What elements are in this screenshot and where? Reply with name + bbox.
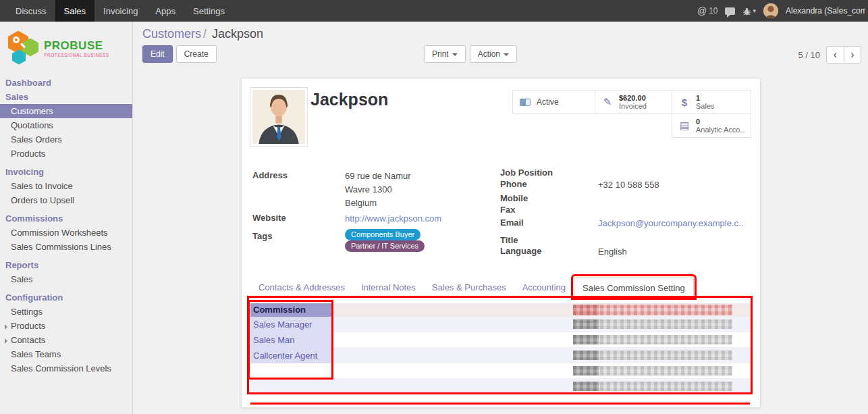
commission-level-header[interactable]: Commission Level — [250, 303, 331, 317]
sidebar-item-sales-commissions-lines[interactable]: Sales Commissions Lines — [0, 240, 132, 254]
sidebar-item-sales-teams[interactable]: Sales Teams — [0, 347, 132, 361]
table-row[interactable]: Sales Manager — [250, 317, 751, 332]
sidebar-item-sales-to-invoice[interactable]: Sales to Invoice — [0, 179, 132, 193]
page-title: Jackpson — [310, 90, 388, 109]
sidebar-item-label: Products — [11, 321, 45, 331]
redacted-cell — [573, 351, 732, 360]
breadcrumb-customers[interactable]: Customers — [142, 27, 201, 41]
topbar-menus: Discuss Sales Invoicing Apps Settings — [0, 0, 234, 22]
tag-partner-it-services[interactable]: Partner / IT Services — [345, 240, 425, 252]
sales-stat-button[interactable]: $ 1 Sales — [672, 90, 751, 114]
pager-previous-button[interactable]: ‹ — [826, 46, 844, 63]
mentions-counter[interactable]: @ 10 — [697, 5, 718, 16]
sidebar-item-commission-worksheets[interactable]: Commission Worksheets — [0, 226, 132, 240]
table-row[interactable]: Sales Man — [250, 332, 751, 348]
logo-text: PROBUSE PROFESSIONAL BUSINESS — [44, 40, 109, 57]
topbar-right: @ 10 ▾ Alexandra (Sales_comm.. — [697, 0, 868, 22]
tab-internal-notes[interactable]: Internal Notes — [353, 277, 424, 297]
redacted-header-cell — [573, 305, 732, 315]
sidebar-item-sales-commission-levels[interactable]: Sales Commission Levels — [0, 361, 132, 376]
create-button[interactable]: Create — [176, 45, 217, 63]
sidebar-section-configuration[interactable]: Configuration — [0, 290, 132, 305]
title-label: Title — [500, 235, 518, 245]
messages-icon[interactable] — [725, 7, 735, 15]
commission-level-sales-man[interactable]: Sales Man — [250, 332, 331, 348]
sidebar-item-settings[interactable]: Settings — [0, 305, 132, 319]
sidebar-section-dashboard[interactable]: Dashboard — [0, 76, 132, 90]
menu-sales[interactable]: Sales — [55, 0, 95, 22]
invoiced-value: $620.00 — [619, 94, 647, 102]
menu-discuss[interactable]: Discuss — [7, 0, 55, 22]
chevron-down-icon — [504, 53, 509, 56]
user-avatar[interactable] — [763, 3, 778, 18]
sidebar-item-config-products[interactable]: Products — [0, 319, 132, 333]
logo-title: PROBUSE — [44, 40, 109, 51]
table-row[interactable] — [250, 379, 751, 394]
print-dropdown-button[interactable]: Print — [424, 45, 466, 63]
sidebar-item-config-contacts[interactable]: Contacts — [0, 333, 132, 347]
tag-components-buyer[interactable]: Components Buyer — [345, 229, 421, 240]
chevron-down-icon: ▾ — [753, 7, 756, 14]
tab-sales-purchases[interactable]: Sales & Purchases — [424, 277, 514, 297]
sidebar-item-products[interactable]: Products — [0, 147, 132, 161]
caret-right-icon — [5, 324, 7, 330]
commission-level-sales-manager[interactable]: Sales Manager — [250, 317, 331, 332]
sidebar-item-sales-orders[interactable]: Sales Orders — [0, 132, 132, 147]
address-line-1: 69 rue de Namur — [345, 171, 411, 181]
sidebar: PROBUSE PROFESSIONAL BUSINESS Dashboard … — [0, 22, 133, 414]
address-line-2: Wavre 1300 — [345, 184, 392, 195]
logo-hexagons-icon — [8, 31, 39, 66]
sidebar-section-invoicing[interactable]: Invoicing — [0, 165, 132, 179]
table-row[interactable] — [250, 363, 751, 379]
avatar-image — [763, 3, 778, 18]
customer-photo[interactable] — [250, 87, 308, 147]
sales-label: Sales — [696, 102, 715, 110]
website-link[interactable]: http://www.jackpson.com — [345, 213, 441, 224]
action-dropdown-button[interactable]: Action — [470, 45, 517, 63]
tab-contacts-addresses[interactable]: Contacts & Addresses — [250, 277, 353, 297]
redacted-cell — [573, 335, 732, 344]
redacted-cell — [573, 319, 732, 329]
action-label: Action — [478, 49, 500, 59]
stat-buttons: Active ✎ $620.00 Invoiced $ 1 Sales — [512, 90, 751, 138]
sidebar-section-reports[interactable]: Reports — [0, 258, 132, 272]
sidebar-item-reports-sales[interactable]: Sales — [0, 272, 132, 286]
user-menu[interactable]: Alexandra (Sales_comm.. — [786, 6, 865, 16]
commission-level-callcenter-agent[interactable]: Callcenter Agent — [250, 348, 331, 363]
menu-apps[interactable]: Apps — [146, 0, 184, 22]
main-content: Customers/ Jackpson Edit Create Print Ac… — [134, 22, 868, 414]
sidebar-item-customers[interactable]: Customers — [0, 104, 132, 118]
table-header-row: Commission Level — [250, 303, 751, 317]
tab-accounting[interactable]: Accounting — [514, 277, 574, 297]
fax-label: Fax — [500, 205, 515, 215]
bug-icon — [742, 7, 751, 16]
phone-value: +32 10 588 558 — [598, 180, 659, 190]
print-label: Print — [432, 49, 449, 59]
pager-next-button[interactable]: › — [844, 46, 861, 63]
topbar: Discuss Sales Invoicing Apps Settings @ … — [0, 0, 868, 22]
tab-sales-commission-setting[interactable]: Sales Commission Setting — [574, 277, 694, 297]
logo-subtitle: PROFESSIONAL BUSINESS — [44, 53, 109, 57]
analytic-label: Analytic Acco... — [696, 126, 745, 134]
language-label: Language — [500, 246, 541, 256]
menu-settings[interactable]: Settings — [184, 0, 234, 22]
active-stat-button[interactable]: Active — [512, 90, 595, 114]
sidebar-item-orders-to-upsell[interactable]: Orders to Upsell — [0, 193, 132, 207]
debug-menu[interactable]: ▾ — [742, 7, 756, 16]
job-position-label: Job Position — [500, 167, 553, 178]
email-link[interactable]: Jackpson@yourcompany.example.c.. — [598, 218, 743, 228]
pencil-icon: ✎ — [601, 96, 614, 108]
sidebar-section-sales[interactable]: Sales — [0, 90, 132, 104]
phone-label: Phone — [500, 179, 527, 189]
edit-button[interactable]: Edit — [142, 45, 173, 63]
probuse-logo[interactable]: PROBUSE PROFESSIONAL BUSINESS — [0, 22, 132, 72]
customer-photo-image — [252, 90, 305, 144]
sidebar-item-quotations[interactable]: Quotations — [0, 118, 132, 132]
analytic-stat-button[interactable]: ▤ 0 Analytic Acco... — [672, 113, 751, 138]
invoiced-stat-button[interactable]: ✎ $620.00 Invoiced — [595, 90, 672, 114]
sidebar-section-commissions[interactable]: Commissions — [0, 211, 132, 226]
table-row[interactable]: Callcenter Agent — [250, 348, 751, 363]
menu-invoicing[interactable]: Invoicing — [94, 0, 146, 22]
active-label: Active — [537, 97, 559, 107]
language-value: English — [598, 247, 627, 257]
